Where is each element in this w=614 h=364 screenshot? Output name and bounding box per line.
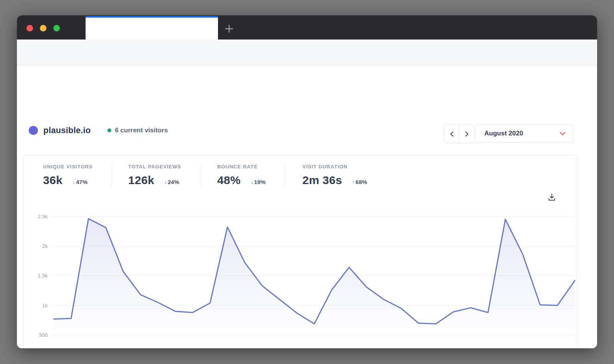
arrow-down-icon: ↓ <box>73 179 75 185</box>
stat-label: TOTAL PAGEVIEWS <box>128 164 200 170</box>
stat-value: 36k <box>43 174 63 187</box>
current-visitors-badge[interactable]: 6 current visitors <box>107 127 168 134</box>
stat-delta: 24% <box>168 179 179 185</box>
chevron-right-icon <box>464 131 469 137</box>
site-header: plausible.io 6 current visitors <box>28 122 168 139</box>
stat-value: 48% <box>217 174 241 187</box>
zoom-window-button[interactable] <box>53 25 60 31</box>
svg-text:2.5k: 2.5k <box>38 214 48 219</box>
stat-value: 2m 36s <box>302 174 342 187</box>
chevron-down-icon <box>560 132 566 136</box>
chevron-left-icon <box>449 131 454 137</box>
plus-icon <box>224 24 234 34</box>
stat-delta: 19% <box>254 179 266 185</box>
export-csv-button[interactable] <box>547 193 556 202</box>
dashboard-card: UNIQUE VISITORS 36k ↓47% TOTAL PAGEVIEWS… <box>24 155 576 348</box>
arrow-down-icon: ↓ <box>164 179 167 185</box>
active-tab[interactable] <box>86 16 218 40</box>
minimize-window-button[interactable] <box>40 25 46 31</box>
stat-value: 126k <box>128 174 154 187</box>
stat-total-pageviews: TOTAL PAGEVIEWS 126k ↓24% <box>112 164 200 187</box>
page-content: plausible.io 6 current visitors August 2… <box>17 66 597 348</box>
next-period-button[interactable] <box>459 125 474 143</box>
visitors-chart-svg: 05001k1.5k2k2.5k1 August5 August9 August… <box>24 208 576 348</box>
visitors-chart[interactable]: 05001k1.5k2k2.5k1 August5 August9 August… <box>24 208 576 348</box>
svg-text:500: 500 <box>39 332 48 338</box>
stat-label: VISIT DURATION <box>302 164 367 170</box>
arrow-up-icon: ↑ <box>352 179 355 185</box>
live-dot-icon <box>107 128 111 132</box>
browser-toolbar <box>17 40 597 65</box>
site-name: plausible.io <box>43 125 91 135</box>
stat-bounce-rate: BOUNCE RATE 48% ↓19% <box>200 164 286 187</box>
stat-visit-duration: VISIT DURATION 2m 36s ↑68% <box>286 164 367 187</box>
svg-text:2k: 2k <box>42 243 48 249</box>
stat-label: BOUNCE RATE <box>217 164 285 170</box>
stat-unique-visitors: UNIQUE VISITORS 36k ↓47% <box>43 164 112 187</box>
titlebar <box>17 15 597 40</box>
new-tab-button[interactable] <box>224 24 234 34</box>
arrow-down-icon: ↓ <box>251 179 253 185</box>
download-icon <box>547 193 556 202</box>
close-window-button[interactable] <box>26 25 33 31</box>
browser-window: plausible.io 6 current visitors August 2… <box>17 15 597 348</box>
svg-text:1k: 1k <box>42 303 48 308</box>
stat-delta: 68% <box>356 179 367 185</box>
previous-period-button[interactable] <box>444 125 459 143</box>
current-visitors-text: 6 current visitors <box>115 127 168 134</box>
stat-delta: 47% <box>76 179 87 185</box>
svg-text:1.5k: 1.5k <box>38 273 48 278</box>
date-range-value: August 2020 <box>484 130 560 137</box>
date-range-dropdown[interactable]: August 2020 <box>476 125 573 142</box>
plausible-logo-icon <box>28 125 39 136</box>
stat-label: UNIQUE VISITORS <box>43 164 112 170</box>
stats-row: UNIQUE VISITORS 36k ↓47% TOTAL PAGEVIEWS… <box>24 155 576 187</box>
period-nav <box>444 125 474 143</box>
